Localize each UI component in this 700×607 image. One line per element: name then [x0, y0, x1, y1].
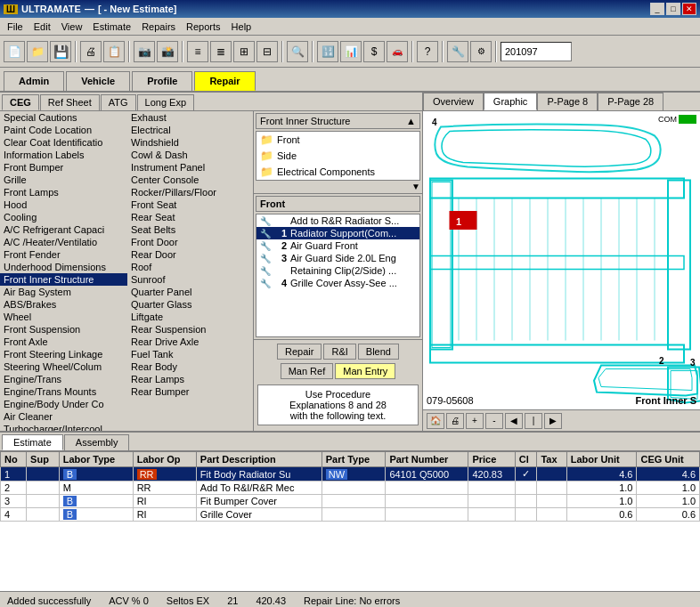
- est-tab-assembly[interactable]: Assembly: [64, 434, 130, 450]
- cat-front-inner[interactable]: Front Inner Structure: [0, 273, 127, 286]
- menu-estimate[interactable]: Estimate: [87, 20, 136, 34]
- nav-tab-admin[interactable]: Admin: [4, 71, 64, 91]
- cat-quarter-panel[interactable]: Quarter Panel: [127, 286, 253, 298]
- cat-ac-heater[interactable]: A/C /Heater/Ventilatio: [0, 236, 127, 248]
- search-button[interactable]: 🔍: [287, 41, 308, 62]
- cat-special-cautions[interactable]: Special Cautions: [0, 111, 127, 124]
- minimize-button[interactable]: _: [650, 3, 664, 15]
- save-button[interactable]: 💾: [50, 41, 71, 62]
- part-item-0[interactable]: 🔧 Add to R&R Radiator S...: [256, 214, 419, 227]
- list-button[interactable]: ≡: [187, 41, 208, 62]
- ceg-tab-longexp[interactable]: Long Exp: [137, 94, 194, 110]
- cat-engine-mounts[interactable]: Engine/Trans Mounts: [0, 385, 127, 398]
- tools-button[interactable]: 🔧: [447, 41, 468, 62]
- info-button[interactable]: ?: [417, 41, 438, 62]
- structure-scroll-down[interactable]: ▼: [411, 182, 420, 191]
- repair-button[interactable]: Repair: [277, 344, 322, 360]
- table-row[interactable]: 3 B RI Fit Bumper Cover 1.0 1.0: [1, 495, 700, 508]
- cat-sunroof[interactable]: Sunroof: [127, 273, 253, 286]
- menu-help[interactable]: Help: [226, 20, 257, 34]
- cat-front-axle[interactable]: Front Axle: [0, 336, 127, 348]
- cat-paint-code[interactable]: Paint Code Location: [0, 124, 127, 136]
- cat-instrument[interactable]: Instrument Panel: [127, 161, 253, 174]
- cat-fuel-tank[interactable]: Fuel Tank: [127, 348, 253, 360]
- cat-turbo[interactable]: Turbocharger/Intercool: [0, 423, 127, 431]
- ceg-tab-atg[interactable]: ATG: [101, 94, 136, 110]
- cat-engine-trans[interactable]: Engine/Trans: [0, 373, 127, 385]
- cat-rocker[interactable]: Rocker/Pillars/Floor: [127, 186, 253, 198]
- table-row[interactable]: 1 B RR Fit Body Radiator Su NW 64101 Q50…: [1, 467, 700, 482]
- graphic-home-button[interactable]: 🏠: [427, 413, 444, 429]
- cat-front-lamps[interactable]: Front Lamps: [0, 186, 127, 198]
- cat-front-susp[interactable]: Front Suspension: [0, 323, 127, 336]
- menu-reports[interactable]: Reports: [181, 20, 226, 34]
- blend-button[interactable]: Blend: [358, 344, 399, 360]
- cat-wheel[interactable]: Wheel: [0, 311, 127, 323]
- man-ref-button[interactable]: Man Ref: [281, 363, 334, 379]
- cat-quarter-glass[interactable]: Quarter Glass: [127, 298, 253, 311]
- rni-button[interactable]: R&I: [323, 344, 355, 360]
- ceg-tab-ceg[interactable]: CEG: [2, 94, 39, 110]
- cat-liftgate[interactable]: Liftgate: [127, 311, 253, 323]
- new-button[interactable]: 📄: [4, 41, 25, 62]
- cat-rear-lamps[interactable]: Rear Lamps: [127, 373, 253, 385]
- cat-front-door[interactable]: Front Door: [127, 236, 253, 248]
- cat-electrical[interactable]: Electrical: [127, 124, 253, 136]
- g-tab-ppage8[interactable]: P-Page 8: [537, 93, 598, 110]
- close-button[interactable]: ✕: [682, 3, 696, 15]
- graphic-zoom-in-button[interactable]: +: [466, 413, 484, 429]
- cat-seat-belts[interactable]: Seat Belts: [127, 223, 253, 236]
- cat-rear-axle[interactable]: Rear Drive Axle: [127, 336, 253, 348]
- list3-button[interactable]: ⊞: [233, 41, 255, 62]
- menu-repairs[interactable]: Repairs: [136, 20, 181, 34]
- structure-list[interactable]: 📁 Front 📁 Side 📁 Electrical Components: [256, 131, 420, 181]
- menu-edit[interactable]: Edit: [28, 20, 56, 34]
- dollar-button[interactable]: $: [363, 41, 385, 62]
- nav-tab-profile[interactable]: Profile: [132, 71, 192, 91]
- struct-side[interactable]: 📁 Side: [256, 148, 419, 164]
- list4-button[interactable]: ⊟: [256, 41, 278, 62]
- table-row[interactable]: 2 M RR Add To R&I/R&R Mec 1.0 1.0: [1, 482, 700, 495]
- menu-view[interactable]: View: [56, 20, 88, 34]
- part-item-5[interactable]: 🔧 4 Grille Cover Assy-See ...: [256, 277, 419, 289]
- cat-rear-bumper[interactable]: Rear Bumper: [127, 385, 253, 398]
- cat-steering-link[interactable]: Front Steering Linkage: [0, 348, 127, 360]
- print-button[interactable]: 🖨: [80, 41, 102, 62]
- maximize-button[interactable]: □: [666, 3, 680, 15]
- part-item-3[interactable]: 🔧 3 Air Guard Side 2.0L Eng: [256, 252, 419, 264]
- cat-underhood[interactable]: Underhood Dimensions: [0, 261, 127, 273]
- open-button[interactable]: 📁: [27, 41, 48, 62]
- man-entry-button[interactable]: Man Entry: [335, 363, 395, 379]
- graphic-nav-button[interactable]: |: [525, 413, 542, 429]
- cat-abs[interactable]: ABS/Brakes: [0, 298, 127, 311]
- g-tab-graphic[interactable]: Graphic: [484, 93, 538, 110]
- camera2-button[interactable]: 📸: [157, 41, 178, 62]
- cat-cowl[interactable]: Cowl & Dash: [127, 149, 253, 161]
- graphic-arrow-left-button[interactable]: ◀: [505, 413, 523, 429]
- cat-grille[interactable]: Grille: [0, 174, 127, 186]
- cat-ac-refrig[interactable]: A/C Refrigerant Capaci: [0, 223, 127, 236]
- menu-file[interactable]: File: [2, 20, 28, 34]
- cat-airbag[interactable]: Air Bag System: [0, 286, 127, 298]
- calc2-button[interactable]: 📊: [340, 41, 362, 62]
- cat-exhaust[interactable]: Exhaust: [127, 111, 253, 124]
- cat-rear-susp[interactable]: Rear Suspension: [127, 323, 253, 336]
- list2-button[interactable]: ≣: [210, 41, 232, 62]
- graphic-print-button[interactable]: 🖨: [446, 413, 464, 429]
- settings-button[interactable]: ⚙: [470, 41, 492, 62]
- calc-button[interactable]: 🔢: [317, 41, 338, 62]
- cat-info-labels[interactable]: Information Labels: [0, 149, 127, 161]
- cat-front-bumper[interactable]: Front Bumper: [0, 161, 127, 174]
- table-row[interactable]: 4 B RI Grille Cover 0.6 0.6: [1, 508, 700, 522]
- cat-cooling[interactable]: Cooling: [0, 211, 127, 223]
- part-item-1[interactable]: 🔧 1 Radiator Support(Com...: [256, 227, 419, 239]
- cat-hood[interactable]: Hood: [0, 198, 127, 211]
- nav-tab-repair[interactable]: Repair: [194, 71, 255, 91]
- cat-roof[interactable]: Roof: [127, 261, 253, 273]
- cat-rear-body[interactable]: Rear Body: [127, 360, 253, 373]
- cat-front-fender[interactable]: Front Fender: [0, 248, 127, 261]
- parts-list[interactable]: 🔧 Add to R&R Radiator S... 🔧 1 Radiator …: [256, 214, 420, 337]
- struct-front[interactable]: 📁 Front: [256, 132, 419, 148]
- part-item-2[interactable]: 🔧 2 Air Guard Front: [256, 239, 419, 252]
- cat-windshield[interactable]: Windshield: [127, 136, 253, 149]
